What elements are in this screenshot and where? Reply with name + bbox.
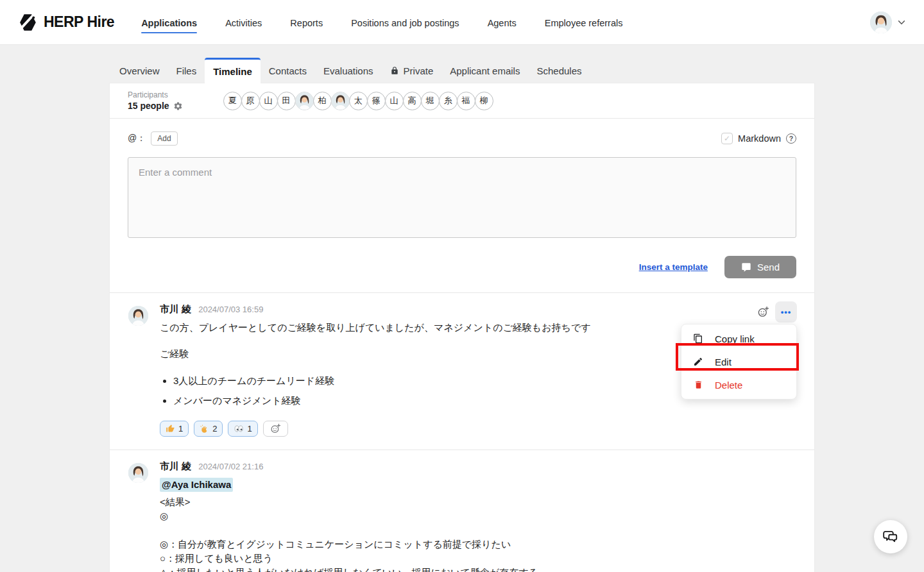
pencil-icon <box>692 357 704 367</box>
participant-avatar[interactable]: 篠 <box>367 92 386 110</box>
nav-item-agents[interactable]: Agents <box>488 13 517 32</box>
mention-row: @： Add <box>128 131 178 146</box>
tab-applicant-emails[interactable]: Applicant emails <box>441 58 528 83</box>
comment-input[interactable] <box>128 157 796 238</box>
comment-line <box>160 523 796 537</box>
tab-contacts[interactable]: Contacts <box>261 58 315 83</box>
participant-avatar[interactable]: 夏 <box>223 92 242 110</box>
nav-item-employee-referrals[interactable]: Employee referrals <box>545 13 623 32</box>
mention-chip[interactable]: @Aya Ichikawa <box>160 478 233 492</box>
menu-item-edit[interactable]: Edit <box>681 350 796 373</box>
comment-author-name: 市川 綾 <box>160 303 191 315</box>
participant-avatar[interactable]: 田 <box>277 92 296 110</box>
participant-avatar[interactable]: 山 <box>259 92 278 110</box>
participants-meta: Participants 15 people <box>128 90 183 111</box>
tab-bar: Overview Files Timeline Contacts Evaluat… <box>110 58 814 83</box>
clapping-hands-emoji <box>200 424 209 433</box>
insert-template-link[interactable]: Insert a template <box>639 262 708 272</box>
comment-timestamp: 2024/07/02 21:16 <box>198 462 263 471</box>
menu-item-copy-link[interactable]: Copy link <box>681 327 796 350</box>
help-icon[interactable]: ? <box>786 133 796 144</box>
thumbs-up-emoji <box>166 424 175 433</box>
participant-avatar[interactable]: 原 <box>241 92 260 110</box>
comment-actions: ••• <box>756 301 797 323</box>
markdown-checkbox[interactable]: ✓ <box>721 133 733 144</box>
application-detail: Overview Files Timeline Contacts Evaluat… <box>110 58 814 572</box>
trash-icon <box>692 380 704 390</box>
eyes-emoji <box>234 424 244 433</box>
comment-author-avatar <box>128 306 148 326</box>
lock-icon <box>390 66 399 75</box>
comment-timestamp: 2024/07/03 16:59 <box>198 305 263 314</box>
comment-line: ◎ <box>160 509 796 523</box>
herp-hire-logo[interactable]: HERP Hire <box>18 13 114 32</box>
participants-count: 15 people <box>128 101 183 111</box>
user-avatar <box>870 12 892 33</box>
participant-avatar[interactable]: 山 <box>385 92 404 110</box>
add-reaction-icon <box>270 423 281 434</box>
tab-evaluations[interactable]: Evaluations <box>315 58 382 83</box>
comment-context-menu: Copy link Edit Delete <box>681 324 797 400</box>
reaction-eyes[interactable]: 1 <box>228 421 257 437</box>
reactions-row: 1 2 1 <box>160 421 796 437</box>
reaction-clap[interactable]: 2 <box>194 421 223 437</box>
nav-item-reports[interactable]: Reports <box>290 13 323 32</box>
comment-line: <結果> <box>160 495 796 509</box>
herp-logo-icon <box>18 13 37 32</box>
gear-icon[interactable] <box>173 101 183 111</box>
tab-timeline[interactable]: Timeline <box>205 58 261 83</box>
comment-line: ○：採用しても良いと思う <box>160 551 796 566</box>
participant-avatar-photo[interactable] <box>295 92 314 110</box>
participant-avatar-photo[interactable] <box>331 92 350 110</box>
copy-icon <box>692 333 704 344</box>
nav-item-positions[interactable]: Positions and job postings <box>351 13 459 32</box>
nav-item-activities[interactable]: Activities <box>225 13 262 32</box>
reaction-thumbs-up[interactable]: 1 <box>160 421 189 437</box>
top-navbar: HERP Hire Applications Activities Report… <box>0 0 924 45</box>
add-reaction-icon[interactable] <box>756 305 771 319</box>
comment-author-avatar <box>128 463 148 483</box>
participants-avatars: 夏 原 山 田 柏 太 篠 山 高 堀 糸 福 柳 <box>224 92 493 110</box>
main-nav: Applications Activities Reports Position… <box>141 13 870 32</box>
markdown-toggle: ✓ Markdown ? <box>721 133 796 144</box>
tab-schedules[interactable]: Schedules <box>528 58 590 83</box>
comment-author-name: 市川 綾 <box>160 460 191 473</box>
participant-avatar[interactable]: 柏 <box>313 92 332 110</box>
participant-avatar[interactable]: 堀 <box>421 92 440 110</box>
markdown-label: Markdown <box>738 133 781 144</box>
participants-bar: Participants 15 people 夏 原 山 田 柏 太 篠 山 <box>110 83 814 119</box>
logo-text: HERP Hire <box>44 13 114 31</box>
send-button[interactable]: Send <box>724 256 796 278</box>
chat-widget-button[interactable] <box>874 520 907 553</box>
add-reaction-button[interactable] <box>263 421 288 437</box>
tab-private[interactable]: Private <box>382 58 442 83</box>
chat-bubbles-icon <box>882 528 899 545</box>
participant-avatar[interactable]: 柳 <box>475 92 493 110</box>
participants-label: Participants <box>128 90 183 99</box>
participant-avatar[interactable]: 太 <box>349 92 368 110</box>
chevron-down-icon <box>897 18 906 27</box>
tab-files[interactable]: Files <box>168 58 205 83</box>
user-menu[interactable] <box>870 12 906 33</box>
participant-avatar[interactable]: 福 <box>457 92 475 110</box>
comment-composer: @： Add ✓ Markdown ? Insert a template Se… <box>110 119 814 292</box>
comment-line: △：採用したいと思う人がいなければ採用しなくていい。採用において懸念が存在する。 <box>160 566 796 572</box>
speech-bubble-icon <box>741 262 751 273</box>
comment-line: ◎：自分が教育とイグジットコミュニケーションにコミットする前提で採りたい <box>160 537 796 551</box>
tab-overview[interactable]: Overview <box>111 58 168 83</box>
menu-item-delete[interactable]: Delete <box>681 373 796 396</box>
mention-prefix: @： <box>128 133 146 144</box>
add-mention-button[interactable]: Add <box>151 131 177 146</box>
participant-avatar[interactable]: 糸 <box>439 92 458 110</box>
timeline-comment: 市川 綾 2024/07/02 21:16 @Aya Ichikawa <結果>… <box>110 450 814 572</box>
participant-avatar[interactable]: 高 <box>403 92 422 110</box>
nav-item-applications[interactable]: Applications <box>141 13 197 32</box>
more-options-button[interactable]: ••• <box>775 301 797 323</box>
